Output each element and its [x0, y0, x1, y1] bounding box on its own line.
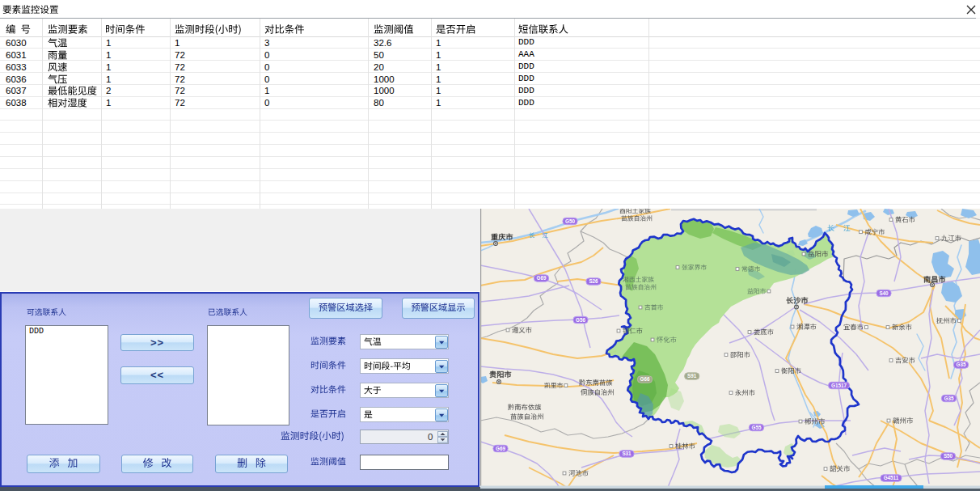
svg-text:G69: G69	[496, 446, 505, 451]
svg-text:G55: G55	[752, 425, 762, 430]
svg-text:S40: S40	[879, 290, 889, 296]
svg-text:G66: G66	[640, 376, 650, 382]
svg-text:G35: G35	[944, 396, 954, 401]
svg-text:G50: G50	[565, 218, 575, 224]
svg-text:G56: G56	[576, 317, 585, 323]
svg-text:G35: G35	[957, 362, 966, 367]
svg-text:S91: S91	[687, 373, 697, 379]
svg-text:G1517: G1517	[831, 383, 847, 388]
svg-text:G4511: G4511	[884, 475, 899, 480]
svg-text:S26: S26	[589, 278, 598, 284]
svg-text:G69: G69	[537, 275, 547, 281]
svg-text:S50: S50	[944, 453, 953, 459]
svg-text:S31: S31	[622, 451, 632, 456]
